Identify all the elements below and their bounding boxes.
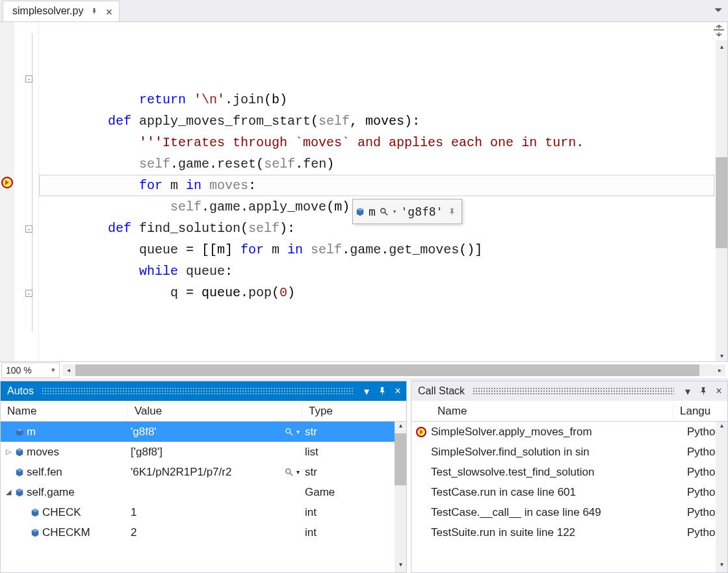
code-line[interactable]: return '\n'.join(b) (46, 89, 727, 110)
callstack-panel: Call Stack ▾ × Name Langu SimpleSolver.a… (411, 381, 728, 573)
variable-icon (31, 528, 40, 537)
var-type: str (305, 426, 317, 439)
callstack-panel-header[interactable]: Call Stack ▾ × (411, 381, 727, 401)
var-type: Game (305, 486, 335, 499)
panel-grip[interactable] (42, 387, 353, 395)
close-icon[interactable]: × (105, 5, 112, 18)
scroll-up-icon[interactable]: ▴ (716, 40, 727, 52)
split-editor-icon[interactable] (712, 23, 726, 38)
code-line[interactable]: def apply_moves_from_start(self, moves): (46, 110, 727, 132)
var-name: self.game (27, 486, 75, 499)
column-header-type[interactable]: Type (302, 405, 406, 418)
frame-name: TestCase.run in case line 601 (431, 486, 687, 499)
code-line[interactable]: self.game.reset(self.fen) (46, 153, 727, 175)
window-menu-icon[interactable]: ▾ (682, 385, 694, 397)
callstack-grid-body: SimpleSolver.apply_moves_fromPythoSimple… (411, 422, 727, 572)
fold-toggle[interactable]: - (25, 75, 32, 83)
expand-icon[interactable]: ▷ (5, 448, 12, 456)
column-header-name[interactable]: Name (431, 405, 673, 418)
editor-footer: 100 % ◂ ▸ (0, 361, 728, 378)
close-icon[interactable]: × (713, 385, 725, 397)
autos-row[interactable]: CHECKM2int (1, 522, 406, 542)
var-value: ['g8f8'] (131, 446, 162, 459)
autos-scrollbar[interactable]: ▴ ▾ (395, 422, 406, 572)
var-type: int (305, 506, 317, 519)
frame-name: TestCase.__call__ in case line 649 (431, 506, 687, 519)
code-line[interactable]: self.game.apply_move(m) (46, 196, 727, 218)
code-line[interactable]: '''Iterates through `moves` and applies … (46, 132, 727, 153)
close-icon[interactable]: × (392, 385, 404, 397)
scroll-up-icon[interactable]: ▴ (395, 422, 406, 433)
visualizer-dropdown-icon[interactable]: ▾ (296, 468, 300, 476)
code-line[interactable]: while queue: (46, 261, 727, 282)
autos-row[interactable]: m'g8f8'▾str (1, 422, 406, 442)
callstack-frame[interactable]: TestSuite.run in suite line 122Pytho (411, 522, 727, 542)
current-statement-icon[interactable] (1, 177, 13, 188)
fold-toggle[interactable]: - (25, 225, 32, 233)
var-value: 2 (131, 526, 136, 539)
column-header-language[interactable]: Langu (673, 405, 714, 418)
callstack-scrollbar[interactable]: ▴ ▾ (716, 422, 727, 572)
callstack-frame[interactable]: SimpleSolver.find_solution in sinPytho (411, 442, 727, 462)
pin-icon[interactable] (376, 385, 388, 397)
code-line[interactable]: def find_solution(self): (46, 218, 727, 239)
column-header-value[interactable]: Value (128, 405, 302, 418)
autos-row[interactable]: ◢self.gameGame (1, 482, 406, 502)
callstack-frame[interactable]: TestCase.run in case line 601Pytho (411, 482, 727, 502)
column-header-name[interactable]: Name (1, 405, 128, 418)
panel-title: Autos (7, 385, 34, 397)
autos-row[interactable]: CHECK1int (1, 502, 406, 522)
var-value: '6K1/pN2R1P1/p7/r2 (131, 466, 231, 479)
scroll-down-icon[interactable]: ▾ (716, 561, 727, 572)
tab-overflow-icon[interactable] (712, 4, 724, 18)
pin-icon[interactable] (91, 5, 98, 17)
zoom-value: 100 % (6, 365, 32, 376)
code-line[interactable]: queue = [[m] for m in self.game.get_move… (46, 239, 727, 261)
var-name: self.fen (27, 466, 62, 479)
visualizer-dropdown-icon[interactable]: ▾ (296, 428, 300, 435)
visualizer-icon[interactable] (285, 468, 294, 477)
var-value: 1 (131, 506, 136, 519)
svg-point-2 (286, 428, 291, 433)
autos-grid-header[interactable]: Name Value Type (1, 401, 406, 422)
callstack-frame[interactable]: Test_slowsolve.test_find_solutionPytho (411, 462, 727, 482)
code-line[interactable]: q = queue.pop(0) (46, 282, 727, 303)
callstack-frame[interactable]: SimpleSolver.apply_moves_fromPytho (411, 422, 727, 442)
document-tab[interactable]: simplesolver.py × (3, 1, 120, 21)
autos-row[interactable]: self.fen'6K1/pN2R1P1/p7/r2▾str (1, 462, 406, 482)
expand-icon[interactable]: ◢ (5, 488, 12, 496)
callstack-frame[interactable]: TestCase.__call__ in case line 649Pytho (411, 502, 727, 522)
scrollbar-thumb[interactable] (75, 364, 699, 376)
code-area[interactable]: return '\n'.join(b) def apply_moves_from… (39, 22, 727, 361)
autos-row[interactable]: ▷moves['g8f8']list (1, 442, 406, 462)
fold-toggle[interactable]: - (25, 290, 32, 297)
variable-icon (31, 508, 40, 517)
visualizer-icon[interactable] (285, 427, 294, 437)
editor-gutter: --- (0, 22, 39, 361)
variable-icon (15, 488, 24, 497)
code-line[interactable]: for m in moves: (46, 175, 727, 196)
frame-name: TestSuite.run in suite line 122 (431, 526, 687, 539)
callstack-grid-header[interactable]: Name Langu (411, 401, 727, 422)
code-editor[interactable]: --- return '\n'.join(b) def apply_moves_… (0, 22, 728, 361)
scrollbar-thumb[interactable] (395, 433, 406, 485)
scroll-down-icon[interactable]: ▾ (395, 561, 406, 572)
variable-icon (15, 448, 24, 457)
window-menu-icon[interactable]: ▾ (361, 385, 372, 397)
var-name: moves (27, 446, 59, 459)
tab-filename: simplesolver.py (12, 5, 83, 17)
scroll-left-icon[interactable]: ◂ (62, 364, 74, 376)
scroll-down-icon[interactable]: ▾ (716, 350, 727, 361)
panel-grip[interactable] (473, 387, 674, 395)
var-type: list (305, 446, 318, 459)
panel-title: Call Stack (418, 385, 465, 397)
scroll-right-icon[interactable]: ▸ (714, 364, 725, 376)
var-value: 'g8f8' (131, 426, 157, 439)
var-name: CHECK (42, 506, 81, 519)
pin-icon[interactable] (697, 385, 709, 397)
scroll-up-icon[interactable]: ▴ (716, 422, 727, 433)
zoom-combo[interactable]: 100 % (1, 363, 60, 378)
current-frame-icon (416, 427, 426, 437)
editor-horizontal-scrollbar[interactable]: ◂ ▸ (62, 364, 725, 376)
autos-panel-header[interactable]: Autos ▾ × (1, 381, 406, 401)
